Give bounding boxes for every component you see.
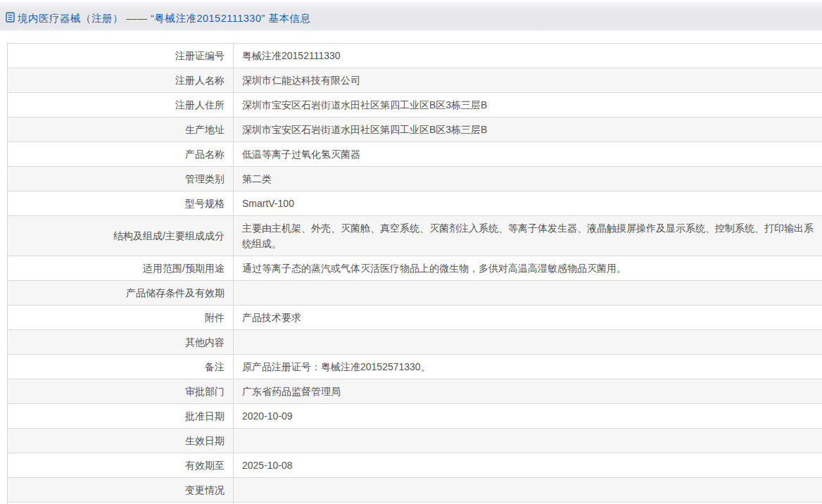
table-row: 审批部门广东省药品监督管理局 [8,379,822,404]
row-value-text: 主要由主机架、外壳、灭菌舱、真空系统、灭菌剂注入系统、等离子体发生器、液晶触摸屏… [242,222,814,249]
row-label: 生产地址 [8,118,234,142]
table-row: 型号规格SmartV-100 [8,191,822,216]
row-label-text: 产品储存条件及有效期 [126,287,225,298]
row-label-text: 审批部门 [185,386,225,397]
table-row: 注册人名称深圳市仁能达科技有限公司 [8,68,822,93]
row-value: 深圳市宝安区石岩街道水田社区第四工业区B区3栋三层B [234,118,822,142]
table-row: 管理类别第二类 [8,167,822,191]
row-label: 有效期至 [8,453,234,478]
row-label: 备注 [8,355,234,379]
row-label-text: 变更情况 [185,484,225,496]
row-value-text: 广东省药品监督管理局 [242,386,341,397]
row-label-text: 生产地址 [185,124,225,135]
table-row: 生产地址深圳市宝安区石岩街道水田社区第四工业区B区3栋三层B [8,118,822,142]
row-label: 生效日期 [8,429,234,453]
row-value: 2025-10-08 [234,453,822,478]
row-value-text: 通过等离子态的蒸汽或气体灭活医疗物品上的微生物，多供对高温高湿敏感物品灭菌用。 [242,263,626,274]
row-label: 管理类别 [8,167,234,191]
row-label: 批准日期 [8,404,234,429]
row-value: SmartV-100 [234,191,822,216]
row-label-text: 生效日期 [185,435,225,446]
row-value: 主要由主机架、外壳、灭菌舱、真空系统、灭菌剂注入系统、等离子体发生器、液晶触摸屏… [234,216,822,256]
row-value-text: 低温等离子过氧化氢灭菌器 [242,149,360,160]
row-label: 结构及组成/主要组成成分 [8,216,234,256]
document-icon [6,12,15,25]
row-value [234,281,822,305]
row-value-text: SmartV-100 [242,198,294,209]
row-label: 注册人名称 [8,68,234,93]
row-label-text: 备注 [205,361,225,372]
table-row: 注册人住所深圳市宝安区石岩街道水田社区第四工业区B区3栋三层B [8,93,822,118]
row-label-text: 产品名称 [185,149,225,160]
row-value: 原产品注册证号：粤械注准20152571330。 [234,355,822,379]
row-value-text: 第二类 [242,173,272,184]
table-row: 批准日期2020-10-09 [8,404,822,429]
row-value: 广东省药品监督管理局 [234,379,822,404]
row-value-text: 深圳市宝安区石岩街道水田社区第四工业区B区3栋三层B [242,124,487,135]
row-value [234,478,822,503]
table-row: 附件产品技术要求 [8,305,822,330]
row-value-text: 深圳市宝安区石岩街道水田社区第四工业区B区3栋三层B [242,99,487,111]
row-label-text: 适用范围/预期用途 [143,263,225,274]
row-value-text: 粤械注准20152111330 [242,50,341,61]
table-row: 变更情况 [8,478,822,503]
row-label: 其他内容 [8,330,234,355]
page-title: 境内医疗器械（注册） —— “粤械注准20152111330” 基本信息 [18,12,310,25]
row-label: 型号规格 [8,191,234,216]
row-value: 低温等离子过氧化氢灭菌器 [234,142,822,167]
registration-info-table: 注册证编号粤械注准20152111330注册人名称深圳市仁能达科技有限公司注册人… [7,43,822,504]
table-row: 生效日期 [8,429,822,453]
row-value: 第二类 [234,167,822,191]
row-label: 注册证编号 [8,44,234,68]
row-label: 注册人住所 [8,93,234,118]
row-label-text: 管理类别 [185,173,225,184]
table-row: 注册证编号粤械注准20152111330 [8,44,822,68]
row-label-text: 注册人住所 [175,99,225,111]
row-value: 粤械注准20152111330 [234,44,822,68]
row-label-text: 附件 [205,312,225,323]
row-label: 变更情况 [8,478,234,503]
table-row: 产品名称低温等离子过氧化氢灭菌器 [8,142,822,167]
row-value-text: 2025-10-08 [242,460,293,471]
row-label-text: 其他内容 [185,336,225,348]
row-label-text: 批准日期 [185,410,225,422]
row-label: 附件 [8,305,234,330]
row-label: 产品名称 [8,142,234,167]
table-row: 产品储存条件及有效期 [8,281,822,305]
row-label: 审批部门 [8,379,234,404]
table-row: 其他内容 [8,330,822,355]
row-label-text: 型号规格 [185,198,225,209]
row-value-text: 原产品注册证号：粤械注准20152571330。 [242,361,431,372]
table-row: 有效期至2025-10-08 [8,453,822,478]
row-label: 产品储存条件及有效期 [8,281,234,305]
row-label: 适用范围/预期用途 [8,256,234,281]
row-value: 2020-10-09 [234,404,822,429]
row-value [234,429,822,453]
row-value-text: 深圳市仁能达科技有限公司 [242,75,360,86]
row-label-text: 注册人名称 [175,75,225,86]
row-value [234,330,822,355]
row-value: 产品技术要求 [234,305,822,330]
row-value: 通过等离子态的蒸汽或气体灭活医疗物品上的微生物，多供对高温高湿敏感物品灭菌用。 [234,256,822,281]
table-row: 备注原产品注册证号：粤械注准20152571330。 [8,355,822,379]
table-row: 结构及组成/主要组成成分主要由主机架、外壳、灭菌舱、真空系统、灭菌剂注入系统、等… [8,216,822,256]
page-header: 境内医疗器械（注册） —— “粤械注准20152111330” 基本信息 [0,0,822,31]
row-label-text: 有效期至 [185,460,225,471]
row-label-text: 结构及组成/主要组成成分 [113,230,225,241]
row-label-text: 注册证编号 [175,50,225,61]
row-value-text: 2020-10-09 [242,410,293,422]
table-row: 适用范围/预期用途通过等离子态的蒸汽或气体灭活医疗物品上的微生物，多供对高温高湿… [8,256,822,281]
row-value-text: 产品技术要求 [242,312,301,323]
row-value: 深圳市仁能达科技有限公司 [234,68,822,93]
row-value: 深圳市宝安区石岩街道水田社区第四工业区B区3栋三层B [234,93,822,118]
